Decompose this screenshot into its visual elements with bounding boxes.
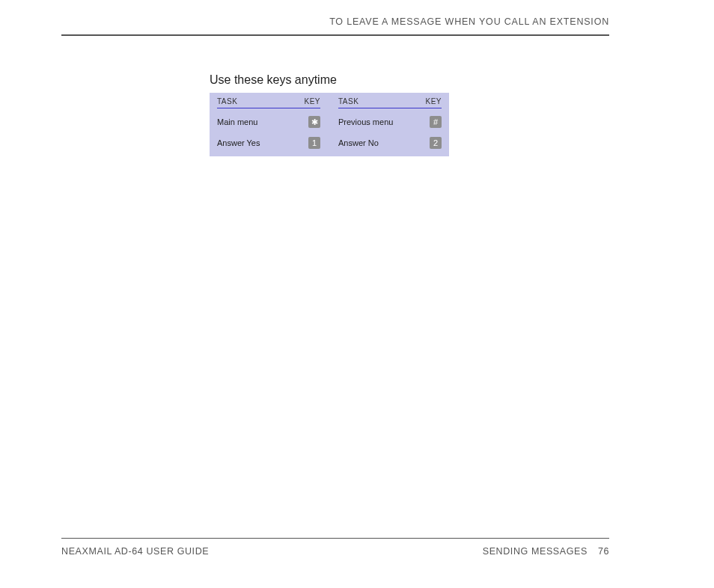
column-header: TASK KEY [217,97,320,108]
key-header-label: KEY [425,97,442,105]
keycap-icon: 2 [430,137,442,149]
task-label: Answer No [338,138,379,147]
footer-section-name: SENDING MESSAGES [483,546,588,557]
section-title: Use these keys anytime [210,73,449,87]
footer-guide-name: NEAXMAIL AD-64 USER GUIDE [61,546,209,557]
page-footer: NEAXMAIL AD-64 USER GUIDE SENDING MESSAG… [61,538,609,557]
task-label: Main menu [217,117,257,126]
key-column-left: TASK KEY Main menu ✱ Answer Yes 1 [217,97,320,150]
header-rule [61,34,609,36]
key-row: Answer Yes 1 [217,137,320,149]
footer-page-number: 76 [598,546,609,557]
task-header-label: TASK [338,97,358,105]
keycap-icon: 1 [308,137,320,149]
task-label: Answer Yes [217,138,260,147]
key-header-label: KEY [304,97,320,105]
task-header-label: TASK [217,97,237,105]
key-column-right: TASK KEY Previous menu # Answer No 2 [338,97,442,150]
key-row: Answer No 2 [338,137,442,149]
footer-rule [61,538,609,539]
content-area: Use these keys anytime TASK KEY Main men… [210,73,449,156]
column-header: TASK KEY [338,97,442,108]
key-row: Main menu ✱ [217,116,320,128]
key-row: Previous menu # [338,116,442,128]
key-table: TASK KEY Main menu ✱ Answer Yes 1 TASK K… [210,93,449,156]
page-header-title: TO LEAVE A MESSAGE WHEN YOU CALL AN EXTE… [61,16,609,34]
keycap-icon: # [430,116,442,128]
keycap-icon: ✱ [308,116,320,128]
task-label: Previous menu [338,117,393,126]
